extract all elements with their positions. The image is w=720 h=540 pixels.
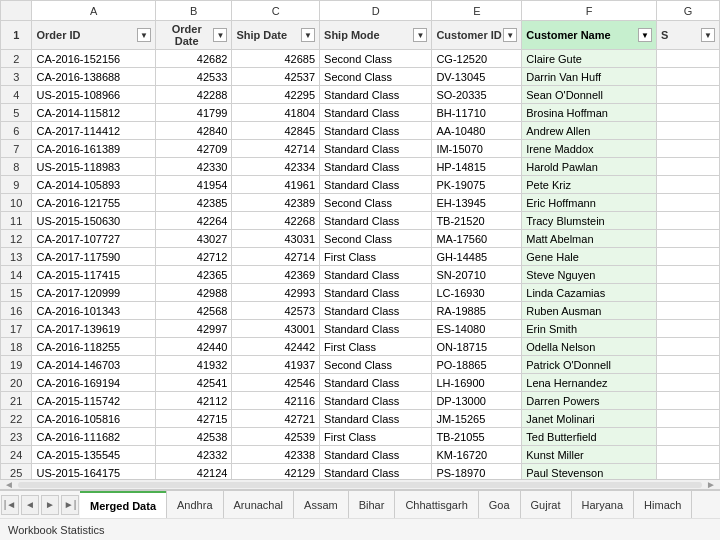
order-date-cell[interactable]: 42840	[156, 122, 232, 140]
order-date-cell[interactable]: 43027	[156, 230, 232, 248]
filter-ship-date[interactable]: ▼	[301, 28, 315, 42]
customer-name-cell[interactable]: Kunst Miller	[522, 446, 657, 464]
customer-name-cell[interactable]: Brosina Hoffman	[522, 104, 657, 122]
header-ship-mode[interactable]: Ship Mode ▼	[320, 21, 432, 50]
order-id-cell[interactable]: US-2015-164175	[32, 464, 156, 480]
customer-name-cell[interactable]: Linda Cazamias	[522, 284, 657, 302]
order-date-cell[interactable]: 42533	[156, 68, 232, 86]
order-date-cell[interactable]: 41932	[156, 356, 232, 374]
row-number[interactable]: 16	[1, 302, 32, 320]
header-ship-date[interactable]: Ship Date ▼	[232, 21, 320, 50]
row-number[interactable]: 3	[1, 68, 32, 86]
table-row[interactable]: 17CA-2017-1396194299743001Standard Class…	[1, 320, 720, 338]
ship-mode-cell[interactable]: Standard Class	[320, 158, 432, 176]
order-date-cell[interactable]: 41954	[156, 176, 232, 194]
col-letter-d[interactable]: D	[320, 1, 432, 21]
ship-date-cell[interactable]: 42539	[232, 428, 320, 446]
table-row[interactable]: 4US-2015-1089664228842295Standard ClassS…	[1, 86, 720, 104]
ship-date-cell[interactable]: 42714	[232, 248, 320, 266]
col-letter-c[interactable]: C	[232, 1, 320, 21]
order-id-cell[interactable]: US-2015-108966	[32, 86, 156, 104]
table-row[interactable]: 12CA-2017-1077274302743031Second ClassMA…	[1, 230, 720, 248]
ship-mode-cell[interactable]: Standard Class	[320, 284, 432, 302]
ship-date-cell[interactable]: 42338	[232, 446, 320, 464]
order-date-cell[interactable]: 42264	[156, 212, 232, 230]
order-id-cell[interactable]: CA-2016-101343	[32, 302, 156, 320]
ship-date-cell[interactable]: 41937	[232, 356, 320, 374]
row-number[interactable]: 10	[1, 194, 32, 212]
tab-nav-first[interactable]: |◄	[1, 495, 19, 515]
customer-id-cell[interactable]: HP-14815	[432, 158, 522, 176]
filter-customer-name[interactable]: ▼	[638, 28, 652, 42]
ship-mode-cell[interactable]: Second Class	[320, 356, 432, 374]
order-id-cell[interactable]: CA-2015-115742	[32, 392, 156, 410]
row-number[interactable]: 13	[1, 248, 32, 266]
table-row[interactable]: 15CA-2017-1209994298842993Standard Class…	[1, 284, 720, 302]
extra-cell[interactable]	[657, 230, 720, 248]
ship-mode-cell[interactable]: Standard Class	[320, 410, 432, 428]
ship-mode-cell[interactable]: Standard Class	[320, 320, 432, 338]
extra-cell[interactable]	[657, 266, 720, 284]
extra-cell[interactable]	[657, 410, 720, 428]
customer-id-cell[interactable]: JM-15265	[432, 410, 522, 428]
order-date-cell[interactable]: 42124	[156, 464, 232, 480]
customer-id-cell[interactable]: ON-18715	[432, 338, 522, 356]
col-letter-b[interactable]: B	[156, 1, 232, 21]
ship-date-cell[interactable]: 42845	[232, 122, 320, 140]
ship-date-cell[interactable]: 42268	[232, 212, 320, 230]
row-number[interactable]: 9	[1, 176, 32, 194]
ship-date-cell[interactable]: 43001	[232, 320, 320, 338]
order-date-cell[interactable]: 42538	[156, 428, 232, 446]
row-number[interactable]: 23	[1, 428, 32, 446]
table-row[interactable]: 21CA-2015-1157424211242116Standard Class…	[1, 392, 720, 410]
table-row[interactable]: 14CA-2015-1174154236542369Standard Class…	[1, 266, 720, 284]
extra-cell[interactable]	[657, 212, 720, 230]
customer-id-cell[interactable]: SO-20335	[432, 86, 522, 104]
extra-cell[interactable]	[657, 464, 720, 480]
ship-date-cell[interactable]: 42537	[232, 68, 320, 86]
col-letter-g[interactable]: G	[657, 1, 720, 21]
extra-cell[interactable]	[657, 374, 720, 392]
customer-name-cell[interactable]: Lena Hernandez	[522, 374, 657, 392]
horizontal-scrollbar[interactable]: ◄ ►	[0, 479, 720, 489]
ship-date-cell[interactable]: 42295	[232, 86, 320, 104]
order-id-cell[interactable]: CA-2016-152156	[32, 50, 156, 68]
customer-id-cell[interactable]: ES-14080	[432, 320, 522, 338]
customer-name-cell[interactable]: Steve Nguyen	[522, 266, 657, 284]
ship-date-cell[interactable]: 42721	[232, 410, 320, 428]
sheet-tab-andhra[interactable]: Andhra	[166, 491, 223, 519]
order-id-cell[interactable]: CA-2017-139619	[32, 320, 156, 338]
order-id-cell[interactable]: CA-2016-121755	[32, 194, 156, 212]
table-row[interactable]: 25US-2015-1641754212442129Standard Class…	[1, 464, 720, 480]
sheet-tab-himach[interactable]: Himach	[633, 491, 692, 519]
order-id-cell[interactable]: CA-2015-117415	[32, 266, 156, 284]
order-date-cell[interactable]: 42712	[156, 248, 232, 266]
ship-date-cell[interactable]: 41804	[232, 104, 320, 122]
table-row[interactable]: 13CA-2017-1175904271242714First ClassGH-…	[1, 248, 720, 266]
customer-id-cell[interactable]: EH-13945	[432, 194, 522, 212]
customer-name-cell[interactable]: Tracy Blumstein	[522, 212, 657, 230]
order-date-cell[interactable]: 42997	[156, 320, 232, 338]
order-date-cell[interactable]: 42332	[156, 446, 232, 464]
ship-mode-cell[interactable]: First Class	[320, 338, 432, 356]
ship-date-cell[interactable]: 42546	[232, 374, 320, 392]
order-date-cell[interactable]: 42112	[156, 392, 232, 410]
customer-name-cell[interactable]: Gene Hale	[522, 248, 657, 266]
order-date-cell[interactable]: 42568	[156, 302, 232, 320]
extra-cell[interactable]	[657, 140, 720, 158]
order-date-cell[interactable]: 42385	[156, 194, 232, 212]
table-row[interactable]: 16CA-2016-1013434256842573Standard Class…	[1, 302, 720, 320]
table-row[interactable]: 18CA-2016-1182554244042442First ClassON-…	[1, 338, 720, 356]
extra-cell[interactable]	[657, 428, 720, 446]
sheet-tab-merged-data[interactable]: Merged Data	[80, 491, 167, 519]
row-number[interactable]: 24	[1, 446, 32, 464]
customer-name-cell[interactable]: Eric Hoffmann	[522, 194, 657, 212]
customer-id-cell[interactable]: GH-14485	[432, 248, 522, 266]
order-date-cell[interactable]: 42365	[156, 266, 232, 284]
extra-cell[interactable]	[657, 320, 720, 338]
ship-date-cell[interactable]: 41961	[232, 176, 320, 194]
customer-name-cell[interactable]: Harold Pawlan	[522, 158, 657, 176]
col-letter-e[interactable]: E	[432, 1, 522, 21]
filter-order-id[interactable]: ▼	[137, 28, 151, 42]
order-id-cell[interactable]: US-2015-150630	[32, 212, 156, 230]
